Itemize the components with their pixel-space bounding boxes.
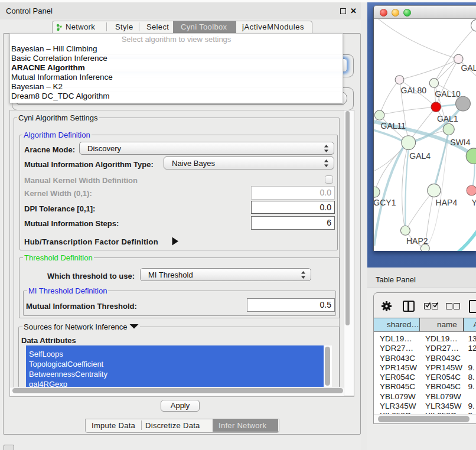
svg-text:HAP2: HAP2 — [406, 236, 428, 246]
svg-text:GAL10: GAL10 — [435, 89, 461, 99]
svg-text:GAL80: GAL80 — [401, 86, 427, 95]
svg-text:GAL1: GAL1 — [437, 114, 458, 123]
svg-text:GAL11: GAL11 — [381, 121, 406, 131]
svg-text:GAL4: GAL4 — [409, 151, 431, 161]
svg-text:GAL7: GAL7 — [461, 63, 476, 73]
svg-text:GCY1: GCY1 — [374, 198, 396, 207]
svg-text:HAP4: HAP4 — [436, 198, 458, 207]
svg-text:Y: Y — [472, 198, 476, 207]
svg-text:SWI4: SWI4 — [450, 138, 470, 147]
